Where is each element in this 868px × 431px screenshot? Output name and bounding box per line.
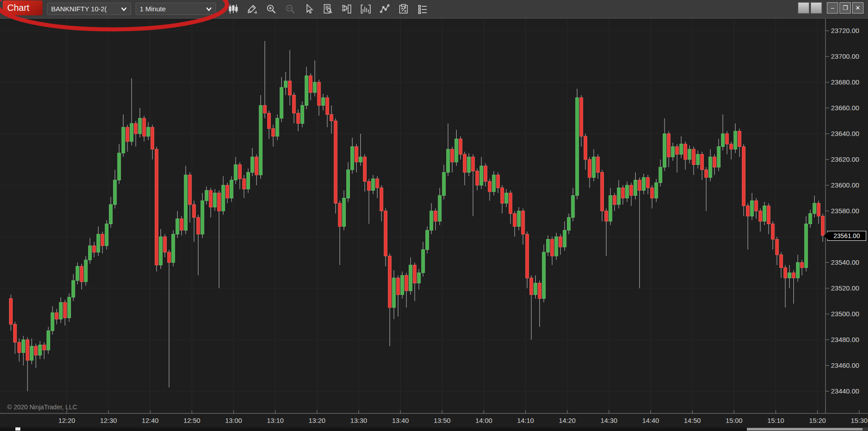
data-series-button[interactable]	[416, 2, 429, 16]
candle-down	[384, 211, 387, 256]
drawing-tools-button[interactable]	[245, 2, 259, 16]
strategies-button[interactable]	[397, 2, 410, 16]
candle-down	[413, 265, 416, 283]
window-quick-button-2[interactable]	[811, 2, 822, 14]
candle-up	[438, 196, 441, 221]
indicators-button[interactable]	[359, 2, 373, 16]
price-axis-label: 23460.00	[831, 361, 859, 369]
candle-up	[88, 246, 91, 260]
time-axis-label: 14:20	[554, 417, 581, 424]
candle-up	[122, 127, 125, 153]
drawing-pencil-icon	[247, 4, 258, 14]
candle-down	[263, 105, 266, 113]
instrument-dropdown[interactable]: BANKNIFTY 10-2(	[47, 3, 131, 15]
candle-up	[118, 153, 121, 180]
cursor-icon	[303, 4, 314, 14]
chart-trader-button[interactable]	[340, 2, 354, 16]
time-axis-label: 14:40	[637, 417, 664, 424]
data-box-icon	[322, 4, 333, 14]
time-axis-label: 12:40	[137, 417, 164, 424]
candle-down	[338, 203, 341, 226]
horizontal-scrollbar[interactable]	[747, 428, 863, 431]
candle-up	[321, 98, 325, 105]
time-axis-label: 12:20	[53, 417, 80, 424]
candle-up	[492, 175, 495, 192]
candle-down	[484, 166, 487, 181]
candle-up	[113, 180, 117, 205]
candle-up	[663, 134, 666, 167]
candle-down	[63, 302, 66, 318]
candle-down	[755, 201, 758, 211]
chart-style-button[interactable]	[226, 2, 240, 16]
instrument-dropdown-value: BANKNIFTY 10-2(	[51, 5, 118, 13]
candle-up	[201, 201, 204, 234]
candlestick-plot[interactable]	[0, 0, 868, 431]
candle-down	[167, 252, 170, 262]
minimize-button[interactable]: –	[827, 2, 838, 14]
candle-up	[284, 81, 287, 87]
interval-dropdown[interactable]: 1 Minute	[136, 3, 216, 15]
copyright-text: © 2020 NinjaTrader, LLC	[7, 403, 77, 411]
candle-up	[734, 131, 737, 149]
candle-up	[634, 180, 637, 196]
time-axis-label: 13:00	[220, 417, 247, 424]
candle-up	[671, 147, 675, 157]
restore-button[interactable]: ❐	[840, 2, 851, 14]
candle-up	[130, 123, 133, 141]
candle-down	[242, 179, 245, 189]
candle-down	[713, 157, 716, 167]
draw-line-button[interactable]	[378, 2, 392, 16]
candle-down	[142, 118, 146, 136]
window-title: Chart	[7, 3, 29, 13]
close-button[interactable]: ✕	[852, 2, 863, 14]
candle-down	[405, 276, 408, 291]
candle-down	[197, 217, 200, 234]
candle-up	[679, 144, 683, 155]
candle-down	[101, 234, 104, 246]
window-quick-button-1[interactable]	[798, 2, 809, 14]
candle-up	[517, 211, 520, 226]
candle-down	[163, 237, 166, 252]
candle-down	[684, 144, 687, 159]
chevron-down-icon	[206, 7, 212, 11]
candle-down	[521, 211, 524, 234]
candle-up	[259, 105, 262, 175]
candle-down	[700, 155, 703, 170]
price-axis-label: 23440.00	[831, 387, 859, 395]
candle-up	[709, 157, 712, 178]
strategies-icon	[398, 4, 409, 14]
candle-down	[396, 278, 400, 295]
time-axis-label: 12:50	[178, 417, 205, 424]
candle-up	[547, 239, 550, 253]
zoom-in-button[interactable]	[264, 2, 278, 16]
candle-up	[750, 201, 754, 216]
time-axis-label: 15:30	[845, 417, 868, 424]
candle-down	[326, 98, 329, 114]
candle-up	[534, 283, 537, 295]
candle-up	[234, 164, 237, 180]
draw-line-icon	[379, 4, 390, 14]
data-box-button[interactable]	[321, 2, 335, 16]
candle-up	[47, 331, 50, 350]
cursor-button[interactable]	[302, 2, 316, 16]
candle-down	[526, 234, 529, 278]
candle-down	[297, 113, 300, 123]
time-axis-label: 14:10	[512, 417, 539, 424]
candle-up	[76, 267, 79, 281]
candle-down	[596, 157, 599, 172]
candle-up	[184, 175, 187, 230]
candle-down	[513, 214, 516, 227]
candle-up	[372, 179, 375, 191]
candle-up	[655, 183, 658, 198]
candle-down	[792, 273, 795, 278]
price-axis-label: 23540.00	[831, 258, 859, 266]
candle-up	[359, 157, 362, 162]
candle-down	[667, 134, 670, 157]
zoom-in-icon	[266, 4, 277, 14]
candle-down	[630, 185, 633, 196]
candle-down	[509, 193, 512, 214]
candle-up	[796, 262, 799, 278]
candle-down	[496, 175, 500, 188]
zoom-out-button[interactable]	[283, 2, 297, 16]
candle-up	[38, 345, 42, 355]
